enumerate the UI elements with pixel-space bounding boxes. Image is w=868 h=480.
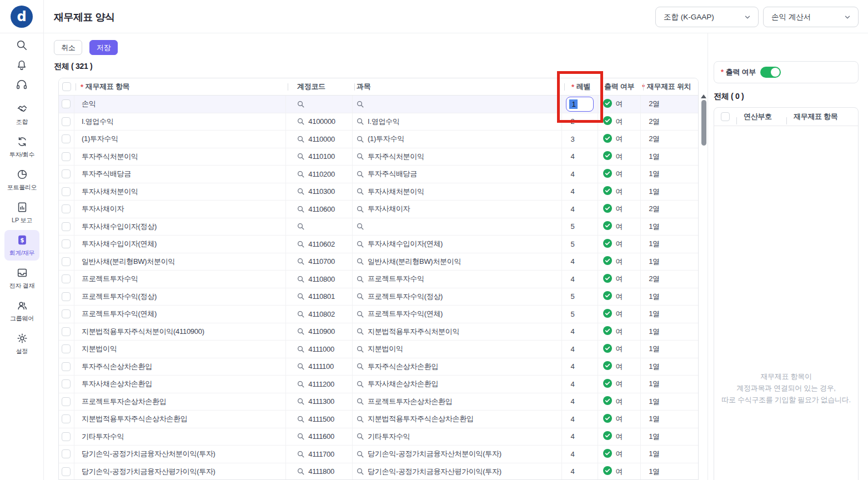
sidebar-item-1[interactable]: 투자/회수 [4,132,39,162]
cell-position[interactable]: 1열 [641,376,698,393]
table-row[interactable]: 기타투자수익 4111600 기타투자수익 4 여 1열 [59,428,698,446]
cell-account-code[interactable]: 4110802 [286,306,353,323]
cell-level[interactable]: 4 [562,148,598,166]
select-all-checkbox[interactable] [62,82,71,91]
cell-level[interactable]: 4 [562,323,598,341]
cell-subject[interactable] [353,218,562,236]
cell-position[interactable]: 1열 [641,428,698,446]
row-checkbox[interactable] [62,362,71,371]
cell-print-status[interactable]: 여 [598,271,641,288]
cell-level[interactable]: 4 [562,358,598,376]
cell-print-status[interactable]: 여 [598,288,641,306]
cell-position[interactable]: 1열 [641,253,698,271]
cell-level[interactable]: 4 [562,376,598,393]
table-row[interactable]: 지분법이익 4111000 지분법이익 4 여 1열 [59,341,698,358]
cell-position[interactable]: 1열 [641,393,698,411]
cell-print-status[interactable]: 여 [598,113,641,131]
row-checkbox[interactable] [62,449,71,458]
cell-print-status[interactable]: 여 [598,236,641,253]
table-row[interactable]: 프로젝트투자수익 4110800 프로젝트투자수익 4 여 2열 [59,271,698,288]
statement-type-select[interactable]: 손익 계산서 [763,7,859,27]
cell-subject[interactable]: 지분법적용투자주식처분이익 [353,323,562,341]
cell-level[interactable]: 4 [562,341,598,358]
cell-subject[interactable]: 투자주식처분이익 [353,148,562,166]
cell-position[interactable]: 2열 [641,201,698,218]
cell-subject[interactable]: 투자사채수입이자(연체) [353,236,562,253]
cell-position[interactable]: 1열 [641,358,698,376]
cell-account-code[interactable]: 4110700 [286,253,353,271]
cell-subject[interactable]: 기타투자수익 [353,428,562,446]
sidebar-item-3[interactable]: LP 보고 [4,197,39,228]
headset-icon[interactable] [12,79,32,91]
cell-print-status[interactable]: 여 [598,253,641,271]
row-checkbox[interactable] [62,274,71,283]
cell-position[interactable]: 2열 [641,131,698,148]
cell-print-status[interactable]: 여 [598,183,641,201]
cell-account-code[interactable]: 4110200 [286,166,353,183]
scrollbar-thumb[interactable] [701,100,706,146]
cell-position[interactable]: 1열 [641,411,698,428]
cell-account-code[interactable]: 4110300 [286,183,353,201]
cell-account-code[interactable]: 4100000 [286,113,353,131]
row-checkbox[interactable] [62,222,71,231]
row-checkbox[interactable] [62,467,71,476]
table-row[interactable]: 지분법적용투자주식처분이익(4110900) 4110900 지분법적용투자주식… [59,323,698,341]
table-row[interactable]: 투자사채손상차손환입 4111200 투자사채손상차손환입 4 여 1열 [59,376,698,393]
cell-account-code[interactable]: 4110801 [286,288,353,306]
cell-level[interactable]: 4 [562,446,598,463]
table-row[interactable]: I.영업수익 4100000 I.영업수익 2 여 2열 [59,113,698,131]
cell-level[interactable]: 3 [562,131,598,148]
table-row[interactable]: (1)투자수익 4110000 (1)투자수익 3 여 2열 [59,131,698,148]
row-checkbox[interactable] [62,344,71,353]
table-row[interactable]: 지분법적용투자주식손상차손환입 4111500 지분법적용투자주식손상차손환입 … [59,411,698,428]
table-row[interactable]: 투자주식손상차손환입 4111100 투자주식손상차손환입 4 여 1열 [59,358,698,376]
cell-subject[interactable]: (1)투자수익 [353,131,562,148]
cell-level[interactable]: 4 [562,428,598,446]
cell-account-code[interactable]: 4111300 [286,393,353,411]
level-input[interactable]: 1 [566,97,594,112]
table-row[interactable]: 투자주식배당금 4110200 투자주식배당금 4 여 1열 [59,166,698,183]
cell-account-code[interactable]: 4111000 [286,341,353,358]
table-row[interactable]: 투자사채수입이자(정상) 5 여 1열 [59,218,698,236]
cell-account-code[interactable] [286,96,353,113]
cell-level[interactable]: 4 [562,393,598,411]
sidebar-item-5[interactable]: 전자 결재 [4,263,39,293]
cell-subject[interactable] [353,96,562,113]
cell-print-status[interactable]: 여 [598,218,641,236]
row-checkbox[interactable] [62,397,71,406]
row-checkbox[interactable] [62,187,71,196]
cell-account-code[interactable]: 4111800 [286,463,353,480]
cell-account-code[interactable]: 4110800 [286,271,353,288]
row-checkbox[interactable] [62,414,71,423]
scroll-up-arrow[interactable] [701,94,706,98]
cell-subject[interactable]: 투자주식손상차손환입 [353,358,562,376]
cell-position[interactable]: 1열 [641,288,698,306]
select-all-checkbox[interactable] [721,112,730,121]
cell-print-status[interactable]: 여 [598,166,641,183]
cell-subject[interactable]: 투자사채이자 [353,201,562,218]
app-logo[interactable]: d [11,6,33,28]
table-scrollbar[interactable] [701,93,706,480]
cell-position[interactable]: 2열 [641,96,698,113]
table-row[interactable]: 투자사채처분이익 4110300 투자사채처분이익 4 여 1열 [59,183,698,201]
row-checkbox[interactable] [62,292,71,301]
row-checkbox[interactable] [62,169,71,178]
cell-print-status[interactable]: 여 [598,323,641,341]
cell-print-status[interactable]: 여 [598,341,641,358]
table-row[interactable]: 투자사채수입이자(연체) 4110602 투자사채수입이자(연체) 5 여 1열 [59,236,698,253]
print-toggle-switch[interactable] [760,67,781,78]
cell-print-status[interactable]: 여 [598,358,641,376]
cell-level[interactable]: 4 [562,271,598,288]
cell-print-status[interactable]: 여 [598,393,641,411]
save-button[interactable]: 저장 [89,40,118,55]
cell-account-code[interactable] [286,218,353,236]
cell-account-code[interactable]: 4110600 [286,201,353,218]
cell-level[interactable]: 4 [562,166,598,183]
sidebar-item-6[interactable]: 그룹웨어 [4,296,39,326]
cell-level[interactable]: 4 [562,253,598,271]
cell-subject[interactable]: 지분법이익 [353,341,562,358]
cell-print-status[interactable]: 여 [598,428,641,446]
table-row[interactable]: 프로젝트투자수익(연체) 4110802 프로젝트투자수익(연체) 5 여 1열 [59,306,698,323]
row-checkbox[interactable] [62,204,71,213]
cell-position[interactable]: 1열 [641,166,698,183]
